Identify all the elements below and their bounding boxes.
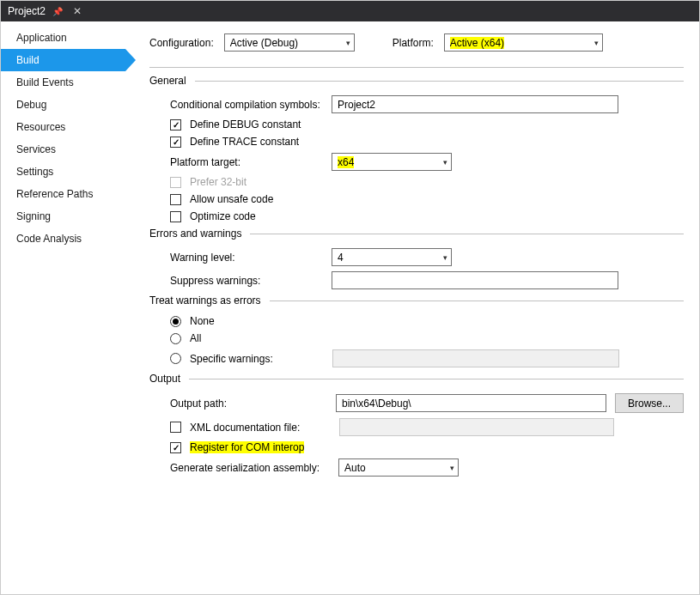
treat-none-label: None [190, 315, 215, 327]
sidebar-item-label: Application [16, 32, 67, 44]
sidebar-item-label: Resources [16, 121, 65, 133]
chevron-down-icon: ▾ [450, 464, 454, 472]
treat-none-row: None [170, 315, 684, 327]
close-icon[interactable]: ✕ [73, 5, 82, 17]
suppress-warnings-row: Suppress warnings: [170, 271, 684, 289]
xml-doc-label: XML documentation file: [190, 422, 331, 434]
treat-none-radio[interactable] [170, 316, 181, 327]
suppress-warnings-input[interactable] [332, 271, 618, 289]
optimize-label: Optimize code [190, 210, 256, 222]
output-path-input[interactable] [336, 394, 606, 412]
warning-level-select[interactable]: 4 ▾ [332, 248, 452, 266]
treat-specific-input [332, 349, 619, 367]
register-com-row: Register for COM interop [170, 441, 684, 453]
document-title: Project2 [8, 5, 46, 17]
define-trace-row: Define TRACE constant [170, 136, 684, 148]
chevron-down-icon: ▾ [594, 39, 599, 47]
treat-all-row: All [170, 332, 684, 344]
browse-button[interactable]: Browse... [615, 393, 684, 413]
output-path-label: Output path: [170, 398, 327, 410]
platform-value: Active (x64) [450, 37, 504, 49]
define-trace-label: Define TRACE constant [190, 136, 299, 148]
platform-target-row: Platform target: x64 ▾ [170, 153, 684, 171]
sidebar-item-debug[interactable]: Debug [1, 94, 125, 116]
config-platform-row: Configuration: Active (Debug) ▾ Platform… [149, 33, 684, 52]
treat-specific-row: Specific warnings: [170, 349, 684, 367]
sidebar-item-application[interactable]: Application [1, 27, 125, 49]
prefer-32bit-checkbox [170, 177, 181, 188]
pin-icon[interactable]: 📌 [52, 7, 63, 16]
platform-target-select[interactable]: x64 ▾ [332, 153, 452, 171]
xml-doc-input [339, 418, 614, 436]
sidebar-item-services[interactable]: Services [1, 138, 125, 161]
gen-serialization-label: Generate serialization assembly: [170, 462, 330, 474]
section-title: Errors and warnings [149, 228, 241, 240]
output-path-row: Output path: Browse... [170, 393, 684, 413]
conditional-symbols-label: Conditional compilation symbols: [170, 99, 323, 111]
suppress-warnings-label: Suppress warnings: [170, 275, 323, 287]
warning-level-label: Warning level: [170, 252, 323, 264]
chevron-down-icon: ▾ [443, 253, 447, 262]
main-panel: Configuration: Active (Debug) ▾ Platform… [125, 21, 699, 594]
sidebar-item-label: Build [16, 54, 40, 66]
warning-level-row: Warning level: 4 ▾ [170, 248, 684, 266]
sidebar-item-label: Code Analysis [16, 233, 82, 245]
prefer-32bit-row: Prefer 32-bit [170, 176, 684, 188]
project-properties-window: Project2 📌 ✕ Application Build Build Eve… [0, 0, 700, 595]
section-title: General [149, 75, 186, 87]
treat-all-radio[interactable] [170, 333, 181, 344]
sidebar-item-label: Build Events [16, 76, 74, 88]
conditional-symbols-row: Conditional compilation symbols: [170, 95, 684, 113]
optimize-checkbox[interactable] [170, 211, 181, 222]
optimize-row: Optimize code [170, 210, 684, 222]
warning-level-value: 4 [338, 252, 344, 264]
section-errors-warnings: Errors and warnings Warning level: 4 ▾ S… [149, 228, 684, 289]
platform-target-value: x64 [338, 156, 354, 168]
sidebar-item-code-analysis[interactable]: Code Analysis [1, 228, 125, 250]
define-trace-checkbox[interactable] [170, 137, 181, 148]
sidebar-item-build-events[interactable]: Build Events [1, 71, 125, 94]
conditional-symbols-input[interactable] [332, 95, 618, 113]
treat-specific-label: Specific warnings: [190, 353, 324, 365]
sidebar-item-label: Services [16, 143, 56, 155]
define-debug-checkbox[interactable] [170, 119, 181, 131]
prefer-32bit-label: Prefer 32-bit [190, 176, 247, 188]
section-treat-warnings: Treat warnings as errors None All Specif… [149, 294, 684, 367]
xml-doc-checkbox[interactable] [170, 422, 181, 433]
sidebar-item-label: Settings [16, 166, 53, 178]
chevron-down-icon: ▾ [346, 39, 350, 47]
sidebar-item-build[interactable]: Build [1, 49, 125, 71]
define-debug-row: Define DEBUG constant [170, 118, 684, 131]
register-com-checkbox[interactable] [170, 442, 181, 453]
section-title: Treat warnings as errors [149, 294, 261, 307]
chevron-down-icon: ▾ [443, 158, 447, 167]
platform-select[interactable]: Active (x64) ▾ [444, 33, 603, 52]
section-title: Output [149, 373, 180, 385]
platform-label: Platform: [393, 37, 434, 49]
sidebar-item-label: Debug [16, 99, 46, 111]
section-output: Output Output path: Browse... XML docume… [149, 373, 684, 477]
sidebar-item-settings[interactable]: Settings [1, 161, 125, 183]
treat-specific-radio[interactable] [170, 353, 181, 364]
allow-unsafe-label: Allow unsafe code [190, 193, 273, 205]
platform-target-label: Platform target: [170, 156, 323, 168]
sidebar-item-reference-paths[interactable]: Reference Paths [1, 183, 125, 205]
sidebar-item-resources[interactable]: Resources [1, 116, 125, 138]
sidebar-item-label: Signing [16, 210, 51, 222]
register-com-label: Register for COM interop [190, 441, 304, 453]
configuration-value: Active (Debug) [230, 37, 298, 49]
divider [149, 67, 684, 68]
titlebar: Project2 📌 ✕ [1, 1, 699, 21]
gen-serialization-select[interactable]: Auto ▾ [338, 458, 459, 477]
sidebar-item-label: Reference Paths [16, 188, 93, 200]
gen-serialization-row: Generate serialization assembly: Auto ▾ [170, 458, 684, 477]
sidebar-item-signing[interactable]: Signing [1, 205, 125, 228]
allow-unsafe-row: Allow unsafe code [170, 193, 684, 205]
gen-serialization-value: Auto [344, 462, 366, 474]
body: Application Build Build Events Debug Res… [1, 21, 699, 594]
configuration-select[interactable]: Active (Debug) ▾ [224, 33, 355, 52]
settings-sidebar: Application Build Build Events Debug Res… [1, 21, 125, 594]
configuration-label: Configuration: [149, 37, 214, 49]
xml-doc-row: XML documentation file: [170, 418, 684, 436]
allow-unsafe-checkbox[interactable] [170, 194, 181, 205]
